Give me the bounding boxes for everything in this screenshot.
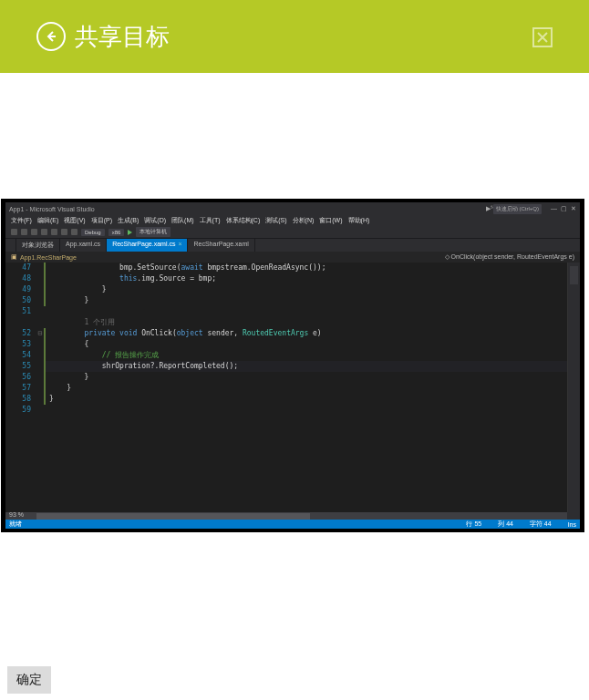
menu-item[interactable]: 窗口(W)	[319, 216, 342, 225]
content-area: App1 - Microsoft Visual Studio ▶⁵ 快速启动 (…	[0, 73, 589, 700]
save-icon[interactable]	[51, 229, 57, 235]
vs-window-buttons[interactable]: —▢✕	[547, 205, 576, 212]
menu-item[interactable]: 测试(S)	[265, 216, 286, 225]
undo-icon[interactable]	[61, 229, 67, 235]
code-area[interactable]: bmp.SetSource(await bmpstream.OpenReadAs…	[46, 262, 567, 512]
status-col: 列 44	[498, 520, 513, 529]
vs-editor[interactable]: 4748495051 5253545556575859 ⊟ bmp.SetSou…	[5, 262, 580, 512]
menu-item[interactable]: 调试(D)	[144, 216, 166, 225]
menu-item[interactable]: 生成(B)	[118, 216, 139, 225]
config-combo[interactable]: Debug	[81, 229, 105, 236]
zoom-level[interactable]: 93 %	[9, 511, 24, 518]
open-icon[interactable]	[41, 229, 47, 235]
vs-side-panel[interactable]	[567, 262, 580, 512]
vs-navbar[interactable]: ▣App1.RecSharPage ◇ OnClick(object sende…	[5, 252, 580, 262]
close-button[interactable]	[532, 27, 553, 47]
menu-item[interactable]: 分析(N)	[293, 216, 315, 225]
references-indicator[interactable]: 1 个引用	[49, 318, 115, 326]
vs-quick-launch[interactable]: 快速启动 (Ctrl+Q)	[493, 204, 542, 214]
platform-combo[interactable]: x86	[108, 229, 125, 236]
menu-item[interactable]: 团队(M)	[171, 216, 194, 225]
menu-item[interactable]: 视图(V)	[64, 216, 85, 225]
nav-member[interactable]: OnClick(object sender, RoutedEventArgs e…	[451, 253, 574, 260]
quick-launch-icon: ▶⁵	[486, 205, 493, 212]
vs-titlebar: App1 - Microsoft Visual Studio ▶⁵ 快速启动 (…	[5, 202, 580, 215]
run-target[interactable]: 本地计算机	[136, 227, 170, 237]
redo-icon[interactable]	[71, 229, 78, 235]
menu-item[interactable]: 文件(F)	[11, 216, 32, 225]
status-ins: Ins	[568, 521, 576, 528]
menu-item[interactable]: 工具(T)	[200, 216, 221, 225]
vs-toolbar[interactable]: Debug x86 本地计算机	[5, 226, 580, 239]
new-icon[interactable]	[31, 229, 37, 235]
fold-column[interactable]: ⊟	[36, 262, 44, 512]
vs-tabstrip: 对象浏览器App.xaml.csRecSharPage.xaml.cs×RecS…	[5, 239, 580, 252]
menu-item[interactable]: 编辑(E)	[37, 216, 58, 225]
vs-app-title: App1 - Microsoft Visual Studio	[9, 206, 95, 212]
editor-tab[interactable]: 对象浏览器	[16, 239, 60, 252]
menu-item[interactable]: 项目(P)	[91, 216, 112, 225]
editor-tab[interactable]: App.xaml.cs	[60, 239, 107, 252]
tab-close-icon[interactable]: ×	[178, 241, 181, 247]
close-icon	[536, 31, 549, 44]
nav-fwd-icon[interactable]	[21, 229, 27, 235]
vs-statusbar: 就绪 行 55 列 44 字符 44 Ins	[5, 520, 580, 529]
menu-item[interactable]: 体系结构(C)	[226, 216, 261, 225]
status-char: 字符 44	[530, 520, 552, 529]
page-title: 共享目标	[75, 21, 170, 53]
nav-class[interactable]: App1.RecSharPage	[20, 254, 77, 261]
line-gutter: 4748495051 5253545556575859	[5, 262, 36, 512]
status-line: 行 55	[466, 520, 481, 529]
back-button[interactable]	[36, 22, 66, 51]
vs-toolbox-tab[interactable]	[5, 239, 16, 252]
visual-studio-screenshot: App1 - Microsoft Visual Studio ▶⁵ 快速启动 (…	[1, 199, 584, 532]
run-icon[interactable]	[128, 230, 132, 235]
menu-item[interactable]: 帮助(H)	[348, 216, 370, 225]
arrow-left-icon	[45, 30, 57, 43]
share-header: 共享目标	[0, 0, 589, 73]
ok-button[interactable]: 确定	[7, 666, 51, 694]
vs-menubar[interactable]: 文件(F)编辑(E)视图(V)项目(P)生成(B)调试(D)团队(M)工具(T)…	[5, 215, 580, 226]
status-ready: 就绪	[9, 520, 22, 529]
nav-back-icon[interactable]	[11, 229, 17, 235]
editor-tab[interactable]: RecSharPage.xaml	[188, 239, 254, 252]
editor-tab[interactable]: RecSharPage.xaml.cs×	[107, 239, 188, 252]
